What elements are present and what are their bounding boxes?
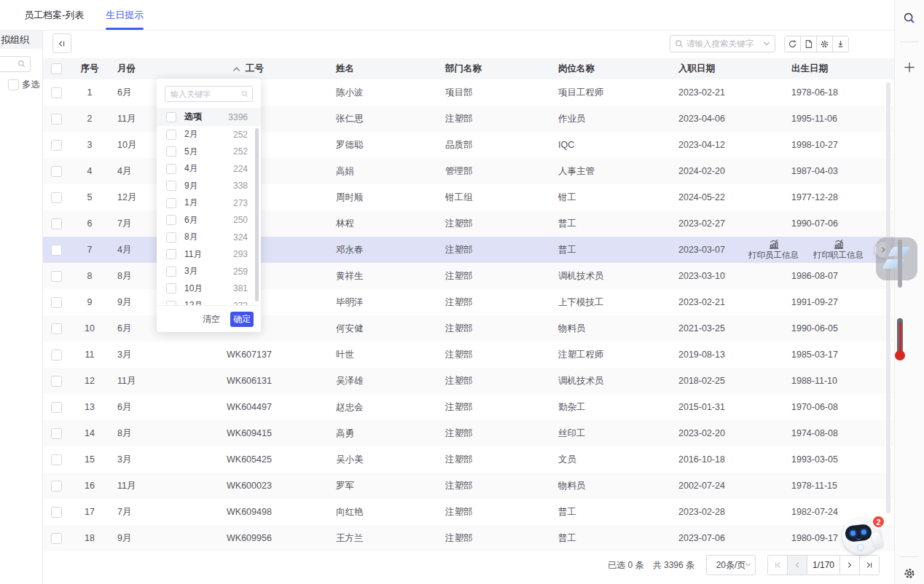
collapse-sidebar-button[interactable]	[52, 33, 71, 53]
checkbox-icon[interactable]	[166, 181, 176, 191]
cell-hiredate: 2019-08-13	[671, 350, 784, 360]
confirm-button[interactable]: 确定	[230, 312, 254, 327]
select-all-checkbox[interactable]	[51, 63, 62, 74]
notification-badge[interactable]: 2	[872, 515, 885, 529]
filter-option[interactable]: 11月293	[157, 246, 261, 264]
row-checkbox[interactable]	[51, 323, 62, 334]
cell-hiredate: 2024-02-20	[671, 166, 784, 176]
last-page-button[interactable]	[859, 556, 879, 575]
print-employee-info-button[interactable]: 打印员工信息	[748, 239, 799, 261]
row-checkbox[interactable]	[51, 507, 62, 518]
filter-option[interactable]: 9月338	[157, 178, 261, 195]
checkbox-icon[interactable]	[166, 164, 176, 174]
row-checkbox[interactable]	[51, 245, 62, 256]
row-checkbox[interactable]	[51, 192, 62, 203]
row-checkbox[interactable]	[51, 454, 62, 465]
cell-seq: 14	[69, 428, 110, 438]
row-checkbox[interactable]	[51, 350, 62, 360]
filter-option-list: 选项 3396 2月2525月2524月2249月3381月2736月2508月…	[157, 108, 261, 306]
page-scrollbar[interactable]	[898, 240, 902, 288]
checkbox-icon[interactable]	[166, 112, 176, 122]
selected-count: 已选 0 条	[608, 559, 643, 572]
row-checkbox[interactable]	[51, 402, 62, 413]
cell-seq: 12	[69, 376, 110, 386]
col-header-workno[interactable]: 工号	[219, 63, 329, 75]
row-checkbox[interactable]	[51, 376, 62, 387]
table-row[interactable]: 189月WK609956王方兰注塑部普工2023-07-061980-09-17	[43, 525, 894, 551]
tab-birthday-reminder[interactable]: 生日提示	[106, 0, 144, 30]
rail-add-button[interactable]	[904, 61, 916, 74]
rail-settings-button[interactable]	[904, 567, 916, 580]
checkbox-icon[interactable]	[166, 283, 176, 293]
assistant-widget[interactable]	[876, 237, 917, 280]
filter-search-input[interactable]: 输入关键字	[165, 86, 253, 102]
option-label: 4月	[184, 162, 198, 175]
cell-hiredate: 2023-02-28	[671, 507, 784, 517]
cell-dept: 注塑部	[438, 323, 551, 335]
filter-option[interactable]: 1月273	[157, 194, 261, 212]
org-search-input[interactable]	[0, 56, 31, 72]
filter-option[interactable]: 5月252	[157, 143, 261, 161]
table-row[interactable]: 136月WK604497赵忠会注塑部勤杂工2015-01-311970-06-0…	[43, 394, 894, 420]
table-row[interactable]: 148月WK609415高勇注塑部丝印工2023-02-201974-08-08	[43, 420, 894, 446]
checkbox-icon[interactable]	[166, 249, 176, 259]
rail-search-button[interactable]	[903, 12, 916, 25]
prev-page-button[interactable]	[787, 556, 807, 575]
filter-option[interactable]: 4月224	[157, 160, 261, 178]
table-scrollbar[interactable]	[886, 82, 890, 513]
multi-select-checkbox[interactable]: 多选	[8, 79, 40, 91]
tab-employee-archive[interactable]: 员工档案-列表	[24, 0, 84, 30]
clear-button[interactable]: 清空	[203, 313, 220, 325]
filter-option[interactable]: 10月381	[157, 280, 261, 298]
table-search-input[interactable]: 请输入搜索关键字	[670, 35, 775, 52]
cell-name: 高娟	[329, 165, 438, 178]
download-button[interactable]	[832, 36, 848, 52]
row-checkbox[interactable]	[51, 218, 62, 229]
cell-position: 普工	[551, 244, 671, 256]
table-row[interactable]: 1211月WK606131吴泽雄注塑部调机技术员2018-02-251988-1…	[43, 368, 894, 394]
page-size-select[interactable]: 20条/页	[706, 555, 756, 575]
cell-dept: 注塑部	[438, 480, 551, 492]
caret-up-icon[interactable]	[232, 66, 240, 72]
robot-assistant[interactable]: 2	[841, 515, 888, 557]
table-row[interactable]: 153月WK605425吴小美注塑部文员2016-10-181993-03-05	[43, 446, 894, 473]
option-label: 1月	[184, 197, 198, 209]
filter-scrollbar[interactable]	[255, 128, 259, 301]
collapse-left-icon	[58, 39, 66, 48]
row-checkbox[interactable]	[51, 87, 62, 98]
table-row[interactable]: 113月WK607137叶世注塑部注塑工程师2019-08-131985-03-…	[43, 342, 894, 368]
checkbox-icon[interactable]	[166, 215, 176, 225]
checkbox-icon[interactable]	[166, 198, 176, 208]
table-row[interactable]: 177月WK609498向红艳注塑部普工2023-02-281982-07-24	[43, 499, 894, 525]
filter-option-all[interactable]: 选项 3396	[157, 108, 261, 126]
cell-month: 8月	[110, 427, 219, 440]
right-rail	[894, 0, 924, 584]
checkbox-icon[interactable]	[166, 146, 176, 157]
next-page-button[interactable]	[839, 556, 859, 575]
row-checkbox[interactable]	[51, 271, 62, 282]
refresh-button[interactable]	[785, 36, 800, 52]
checkbox-icon[interactable]	[166, 232, 176, 242]
print-staff-info-button[interactable]: 打印职工信息	[813, 239, 864, 261]
row-checkbox[interactable]	[51, 481, 62, 492]
row-checkbox[interactable]	[51, 297, 62, 308]
filter-option[interactable]: 6月250	[157, 212, 261, 229]
checkbox-icon[interactable]	[166, 130, 176, 140]
export-button[interactable]	[800, 36, 816, 52]
thermometer-icon[interactable]	[896, 318, 904, 360]
page-indicator[interactable]: 1/170	[807, 556, 839, 575]
filter-option[interactable]: 3月259	[157, 263, 261, 280]
table-row[interactable]: 1611月WK600023罗军注塑部物料员2002-07-241978-11-1…	[43, 473, 894, 499]
row-checkbox[interactable]	[51, 114, 62, 125]
checkbox-icon[interactable]	[166, 267, 176, 277]
cell-seq: 7	[69, 245, 110, 255]
row-checkbox[interactable]	[51, 428, 62, 439]
filter-option[interactable]: 8月324	[157, 229, 261, 246]
col-header-month[interactable]: 月份	[110, 63, 219, 75]
column-settings-button[interactable]	[816, 36, 832, 52]
row-checkbox[interactable]	[51, 140, 62, 151]
row-checkbox[interactable]	[51, 166, 62, 177]
first-page-button[interactable]	[768, 556, 787, 575]
filter-option[interactable]: 2月252	[157, 126, 261, 143]
row-checkbox[interactable]	[51, 533, 62, 544]
